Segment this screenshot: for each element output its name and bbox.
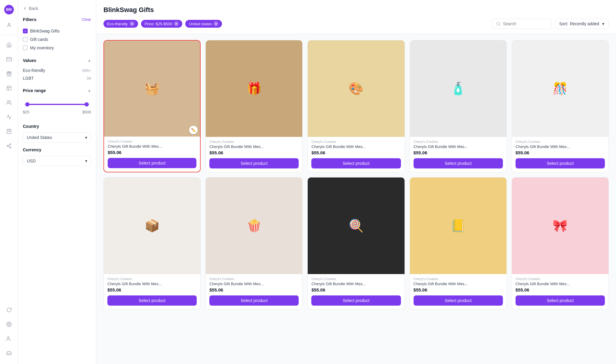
product-brand-10: Cheryl's Cookies: [516, 277, 605, 281]
svg-rect-5: [7, 86, 11, 90]
svg-point-16: [7, 337, 9, 338]
product-image-7: 🍿: [206, 177, 302, 274]
country-section-title: Country: [23, 124, 39, 129]
select-button-8[interactable]: Select product: [311, 295, 401, 306]
range-thumb-min[interactable]: [25, 102, 29, 106]
rail-icon-settings[interactable]: [3, 318, 15, 330]
sort-chevron-icon: ▾: [602, 21, 604, 26]
product-name-8: Cheryls Gift Bundle With Mes...: [311, 282, 401, 286]
product-card-4: 🧴 Cheryl's Cookies Cheryls Gift Bundle W…: [410, 40, 507, 172]
product-card-3: 🎨 Cheryl's Cookies Cheryls Gift Bundle W…: [307, 40, 405, 172]
checkbox-giftcards[interactable]: [23, 37, 28, 42]
product-price-1: $55.06: [108, 150, 196, 155]
product-name-9: Cheryls Gift Bundle With Mes...: [414, 282, 503, 286]
product-image-2: 🎁: [206, 40, 302, 137]
product-name-5: Cheryls Gift Bundle With Mes...: [516, 144, 605, 149]
range-track[interactable]: [24, 104, 90, 105]
product-card-8: 🍭 Cheryl's Cookies Cheryls Gift Bundle W…: [307, 177, 405, 310]
product-price-4: $55.06: [414, 150, 503, 155]
checkbox-blinkswag[interactable]: [23, 29, 28, 33]
filter-tag-price-close[interactable]: ✕: [174, 21, 179, 26]
select-button-9[interactable]: Select product: [414, 295, 503, 306]
product-emoji-6: 📦: [104, 177, 200, 274]
filter-tag-country[interactable]: United states ✕: [185, 20, 222, 28]
search-box[interactable]: [491, 19, 552, 29]
product-emoji-7: 🍿: [206, 177, 302, 274]
filter-tag-ecofriendly[interactable]: Eco-friendly ✕: [103, 20, 138, 28]
category-inventory[interactable]: My inventory: [23, 44, 91, 52]
range-thumb-max[interactable]: [85, 102, 89, 106]
product-brand-1: Cheryl's Cookies: [108, 140, 196, 143]
rail-icon-team[interactable]: [3, 97, 15, 109]
currency-section-title: Currency: [23, 147, 41, 152]
rail-icon-gift[interactable]: [3, 68, 15, 80]
search-input[interactable]: [503, 21, 545, 26]
select-button-10[interactable]: Select product: [516, 295, 605, 306]
rail-icon-inbox[interactable]: [3, 347, 15, 359]
product-price-10: $55.06: [516, 287, 605, 292]
product-card-1: 🧺 ✏️ Cheryl's Cookies Cheryls Gift Bundl…: [103, 40, 201, 172]
filter-tag-ecofriendly-label: Eco-friendly: [107, 22, 128, 26]
rail-icon-integration[interactable]: [3, 140, 15, 152]
rail-icon-store[interactable]: [3, 125, 15, 137]
filter-tag-price-label: Price: $25-$500: [145, 22, 172, 26]
filter-tag-country-close[interactable]: ✕: [214, 21, 218, 26]
rail-icon-orders[interactable]: [3, 82, 15, 94]
left-navigation: BM: [0, 0, 18, 364]
product-info-3: Cheryl's Cookies Cheryls Gift Bundle Wit…: [308, 137, 404, 172]
sort-dropdown[interactable]: Sort: Recently added ▾: [555, 19, 609, 29]
select-button-1[interactable]: Select product: [108, 158, 196, 168]
filter-tag-country-label: United states: [189, 22, 212, 26]
category-giftcards[interactable]: Gift cards: [23, 35, 91, 44]
filter-tag-price[interactable]: Price: $25-$500 ✕: [141, 20, 183, 28]
product-price-9: $55.06: [414, 287, 503, 292]
svg-point-10: [10, 144, 11, 145]
avatar[interactable]: BM: [4, 5, 14, 14]
filter-tag-ecofriendly-close[interactable]: ✕: [130, 21, 134, 26]
rail-icon-campaign[interactable]: [3, 111, 15, 123]
rail-icon-refresh[interactable]: [3, 304, 15, 316]
filter-sidebar: Back Filters Clear BlinkSwag Gifts Gift …: [18, 0, 96, 364]
clear-filters-button[interactable]: Clear: [82, 17, 91, 22]
svg-point-15: [8, 324, 10, 325]
product-name-10: Cheryls Gift Bundle With Mes...: [516, 282, 605, 286]
range-fill: [27, 104, 87, 105]
select-button-7[interactable]: Select product: [209, 295, 299, 306]
product-card-6: 📦 Cheryl's Cookies Cheryls Gift Bundle W…: [103, 177, 201, 310]
product-brand-2: Cheryl's Cookies: [209, 140, 299, 143]
select-button-2[interactable]: Select product: [209, 158, 299, 168]
price-max-label: $500: [82, 110, 91, 114]
product-emoji-4: 🧴: [410, 40, 507, 137]
product-info-6: Cheryl's Cookies Cheryls Gift Bundle Wit…: [104, 274, 200, 309]
product-image-3: 🎨: [308, 40, 404, 137]
product-image-1: 🧺 ✏️: [104, 41, 200, 137]
product-card-9: 📒 Cheryl's Cookies Cheryls Gift Bundle W…: [410, 177, 507, 310]
select-button-4[interactable]: Select product: [414, 158, 503, 168]
svg-line-18: [499, 25, 500, 26]
rail-icon-home[interactable]: [3, 39, 15, 51]
product-image-6: 📦: [104, 177, 200, 274]
checkbox-inventory[interactable]: [23, 45, 28, 50]
category-blinkswag[interactable]: BlinkSwag Gifts: [23, 27, 91, 35]
product-emoji-9: 📒: [410, 177, 507, 274]
select-button-6[interactable]: Select product: [107, 295, 197, 306]
product-price-3: $55.06: [311, 150, 401, 155]
rail-icon-people[interactable]: [3, 333, 15, 345]
product-card-2: 🎁 Cheryl's Cookies Cheryls Gift Bundle W…: [205, 40, 303, 172]
product-brand-8: Cheryl's Cookies: [311, 277, 401, 281]
page-title: BlinkSwag Gifts: [103, 6, 609, 14]
product-name-2: Cheryls Gift Bundle With Mes...: [209, 144, 299, 149]
currency-dropdown[interactable]: USD ▾: [23, 156, 91, 166]
value-ecofriendly[interactable]: Eco-friendly 999+: [23, 66, 91, 74]
checkbox-label-giftcards: Gift cards: [30, 37, 48, 42]
rail-icon-user[interactable]: [3, 19, 15, 31]
country-dropdown[interactable]: United States ▾: [23, 132, 91, 143]
sort-value: Recently added: [570, 21, 599, 26]
back-button[interactable]: Back: [23, 6, 91, 11]
select-button-3[interactable]: Select product: [311, 158, 401, 168]
rail-icon-card[interactable]: [3, 53, 15, 65]
value-lgbt[interactable]: LGBT 99: [23, 74, 91, 82]
svg-point-17: [497, 22, 500, 25]
product-emoji-3: 🎨: [308, 40, 404, 137]
select-button-5[interactable]: Select product: [516, 158, 605, 168]
